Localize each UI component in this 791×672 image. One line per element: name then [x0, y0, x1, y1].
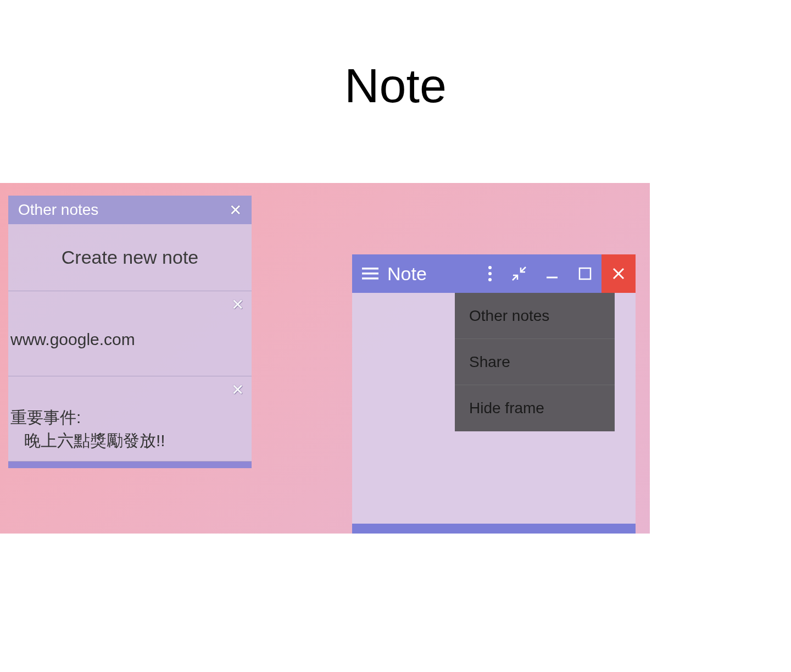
desktop-area: Other notes ✕ Create new note ✕ www.goog…	[0, 183, 650, 534]
titlebar-controls	[477, 254, 636, 293]
svg-line-7	[513, 275, 517, 280]
close-icon[interactable]: ✕	[231, 381, 244, 399]
other-notes-header: Other notes ✕	[8, 196, 252, 224]
svg-rect-2	[362, 277, 378, 280]
menu-item-label: Share	[469, 351, 600, 373]
note-body[interactable]: Other notes Share Hide frame	[352, 293, 636, 524]
svg-line-6	[521, 267, 526, 272]
note-list-item[interactable]: ✕ 重要事件: 晚上六點獎勵發放!!	[8, 376, 252, 462]
note-window: Note	[352, 254, 636, 534]
note-footer-bar	[352, 524, 636, 534]
other-notes-title: Other notes	[18, 201, 98, 219]
page-title: Note	[0, 0, 791, 114]
menu-item-label: Hide frame	[469, 397, 600, 419]
minimize-icon[interactable]	[536, 254, 569, 293]
context-menu: Other notes Share Hide frame	[455, 293, 615, 431]
menu-item-other-notes[interactable]: Other notes	[455, 293, 615, 339]
maximize-icon[interactable]	[569, 254, 601, 293]
other-notes-panel: Other notes ✕ Create new note ✕ www.goog…	[8, 196, 252, 468]
menu-item-share[interactable]: Share	[455, 339, 615, 385]
menu-item-label: Other notes	[469, 305, 600, 326]
svg-rect-9	[580, 268, 591, 279]
create-new-note-button[interactable]: Create new note	[8, 224, 252, 291]
panel-footer-bar	[8, 462, 252, 468]
more-options-button[interactable]	[477, 254, 503, 293]
menu-item-hide-frame[interactable]: Hide frame	[455, 385, 615, 431]
close-button[interactable]	[601, 254, 636, 293]
note-window-title: Note	[387, 263, 427, 285]
svg-rect-0	[362, 268, 378, 270]
note-item-content: 重要事件: 晚上六點獎勵發放!!	[10, 406, 244, 452]
svg-point-4	[488, 272, 492, 275]
svg-rect-1	[362, 273, 378, 275]
note-item-content: www.google.com	[10, 328, 244, 351]
svg-point-3	[488, 266, 492, 269]
note-list-item[interactable]: ✕ www.google.com	[8, 291, 252, 376]
close-icon[interactable]: ✕	[231, 296, 244, 314]
hamburger-menu-icon[interactable]	[362, 268, 378, 280]
note-titlebar[interactable]: Note	[352, 254, 636, 293]
close-icon[interactable]: ✕	[229, 201, 242, 219]
create-new-note-label: Create new note	[62, 247, 199, 268]
shrink-icon[interactable]	[503, 254, 536, 293]
svg-point-5	[488, 278, 492, 281]
